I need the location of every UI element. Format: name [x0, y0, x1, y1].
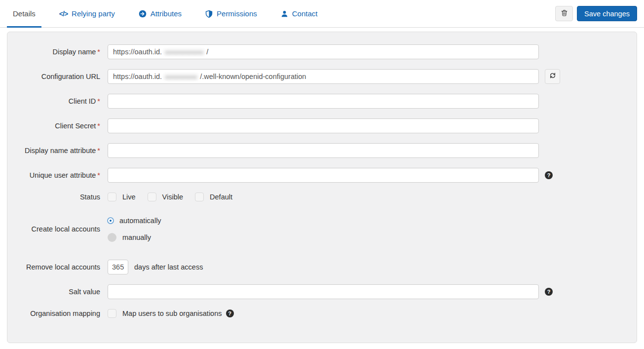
- save-button[interactable]: Save changes: [577, 6, 637, 21]
- client-id-input[interactable]: [108, 94, 539, 109]
- salt-value-row: Salt value ?: [7, 284, 637, 299]
- save-button-label: Save changes: [584, 10, 630, 18]
- required-marker: *: [97, 97, 100, 105]
- default-checkbox-label: Default: [210, 193, 232, 201]
- tabs: Details </> Relying party Attributes Per…: [7, 0, 335, 27]
- tab-contact[interactable]: Contact: [275, 0, 324, 27]
- details-form-panel: Display name* https://oauth.id.xxxxxxxxx…: [7, 32, 637, 343]
- organisation-mapping-label: Organisation mapping: [7, 310, 100, 317]
- shield-icon: [205, 10, 213, 18]
- remove-local-accounts-row: Remove local accounts days after last ac…: [7, 260, 637, 274]
- live-checkbox[interactable]: [108, 193, 116, 201]
- client-secret-label: Client Secret*: [7, 122, 100, 130]
- remove-local-accounts-input[interactable]: [108, 260, 128, 274]
- organisation-mapping-option: Map users to sub organisations ?: [108, 309, 234, 318]
- configuration-url-input[interactable]: https://oauth.id.xxxxxxxxxx/.well-known/…: [108, 69, 539, 84]
- status-option-default: Default: [195, 193, 232, 201]
- display-name-value-suffix: /: [206, 48, 208, 56]
- automatically-radio-label: automatically: [119, 217, 161, 225]
- required-marker: *: [97, 171, 100, 179]
- visible-checkbox-label: Visible: [162, 193, 183, 201]
- map-users-checkbox-label: Map users to sub organisations: [122, 310, 222, 317]
- display-name-attribute-label: Display name attribute*: [7, 147, 100, 155]
- manually-radio[interactable]: [108, 233, 116, 242]
- salt-value-input[interactable]: [108, 284, 539, 299]
- configuration-url-value-prefix: https://oauth.id.: [113, 73, 162, 80]
- unique-user-attribute-label: Unique user attribute*: [7, 171, 100, 179]
- client-secret-row: Client Secret*: [7, 118, 637, 133]
- unique-user-attribute-input[interactable]: [108, 168, 539, 183]
- status-label: Status: [7, 193, 100, 201]
- client-secret-input[interactable]: [108, 118, 539, 133]
- radio-option-manually: manually: [108, 230, 161, 245]
- display-name-row: Display name* https://oauth.id.xxxxxxxxx…: [7, 44, 637, 59]
- default-checkbox[interactable]: [195, 193, 204, 201]
- display-name-attribute-input[interactable]: [108, 143, 539, 158]
- tab-contact-label: Contact: [292, 9, 318, 18]
- create-local-accounts-row: Create local accounts automatically manu…: [7, 213, 637, 245]
- tab-bar: Details </> Relying party Attributes Per…: [0, 0, 644, 28]
- tab-details-label: Details: [13, 9, 36, 18]
- remove-local-accounts-suffix: days after last access: [134, 263, 203, 271]
- live-checkbox-label: Live: [122, 193, 136, 201]
- required-marker: *: [97, 48, 100, 56]
- radio-option-automatically: automatically: [108, 213, 161, 228]
- tab-permissions-label: Permissions: [217, 9, 257, 18]
- automatically-radio[interactable]: [108, 218, 113, 223]
- delete-button[interactable]: [555, 6, 573, 21]
- arrow-circle-right-icon: [139, 10, 147, 18]
- organisation-mapping-row: Organisation mapping Map users to sub or…: [7, 309, 637, 318]
- display-name-value-prefix: https://oauth.id.: [113, 48, 162, 56]
- client-id-label: Client ID*: [7, 97, 100, 105]
- status-option-visible: Visible: [148, 193, 183, 201]
- status-row: Status Live Visible Default: [7, 193, 637, 201]
- tab-attributes-label: Attributes: [151, 9, 182, 18]
- salt-value-label: Salt value: [7, 288, 100, 296]
- create-local-accounts-label: Create local accounts: [7, 225, 100, 233]
- required-marker: *: [97, 122, 100, 130]
- question-circle-icon[interactable]: ?: [226, 310, 234, 317]
- display-name-input[interactable]: https://oauth.id.xxxxxxxxxxxx/: [108, 44, 539, 59]
- visible-checkbox[interactable]: [148, 193, 156, 201]
- configuration-url-row: Configuration URL https://oauth.id.xxxxx…: [7, 69, 637, 84]
- client-id-row: Client ID*: [7, 94, 637, 109]
- configuration-url-label: Configuration URL: [7, 73, 100, 80]
- question-circle-icon[interactable]: ?: [545, 288, 553, 296]
- question-circle-icon[interactable]: ?: [545, 171, 553, 179]
- tab-permissions[interactable]: Permissions: [199, 0, 263, 27]
- code-icon: </>: [59, 10, 68, 18]
- display-name-attribute-row: Display name attribute*: [7, 143, 637, 158]
- map-users-checkbox[interactable]: [108, 309, 116, 318]
- user-icon: [281, 10, 288, 18]
- tab-details[interactable]: Details: [7, 0, 41, 27]
- required-marker: *: [97, 147, 100, 155]
- refresh-icon: [549, 72, 556, 81]
- refresh-configuration-button[interactable]: [545, 69, 560, 84]
- tab-relying-party[interactable]: </> Relying party: [53, 0, 121, 27]
- header-actions: Save changes: [555, 0, 637, 27]
- display-name-value-redacted: xxxxxxxxxxxx: [162, 47, 206, 56]
- create-local-accounts-radio-group: automatically manually: [108, 213, 161, 245]
- manually-radio-label: manually: [122, 233, 151, 241]
- unique-user-attribute-row: Unique user attribute* ?: [7, 168, 637, 183]
- remove-local-accounts-label: Remove local accounts: [7, 263, 100, 271]
- configuration-url-value-redacted: xxxxxxxxxx: [162, 72, 199, 81]
- status-option-live: Live: [108, 193, 136, 201]
- tab-attributes[interactable]: Attributes: [133, 0, 188, 27]
- trash-icon: [561, 9, 568, 19]
- display-name-label: Display name*: [7, 48, 100, 56]
- configuration-url-value-suffix: /.well-known/openid-configuration: [200, 73, 306, 80]
- tab-relying-party-label: Relying party: [72, 9, 115, 18]
